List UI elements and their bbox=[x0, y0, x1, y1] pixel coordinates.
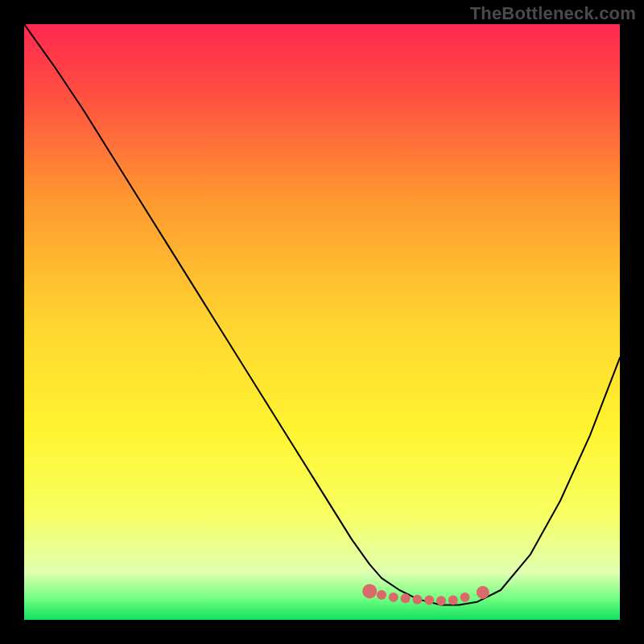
flat-marker-dot bbox=[401, 593, 411, 603]
flat-marker-dot bbox=[362, 584, 377, 598]
flat-marker-dot bbox=[460, 592, 470, 602]
flat-marker-dot bbox=[424, 596, 434, 605]
flat-marker-dot bbox=[412, 595, 422, 605]
plot-area bbox=[24, 24, 620, 620]
chart-svg bbox=[24, 24, 620, 620]
watermark-text: TheBottleneck.com bbox=[470, 3, 636, 24]
flat-marker-dot bbox=[448, 596, 458, 605]
flat-marker-dot bbox=[377, 590, 386, 600]
flat-marker-dot bbox=[477, 586, 489, 599]
chart-frame: TheBottleneck.com bbox=[0, 0, 644, 644]
gradient-background bbox=[24, 24, 620, 620]
flat-marker-dot bbox=[389, 592, 398, 602]
flat-marker-dot bbox=[436, 596, 446, 605]
